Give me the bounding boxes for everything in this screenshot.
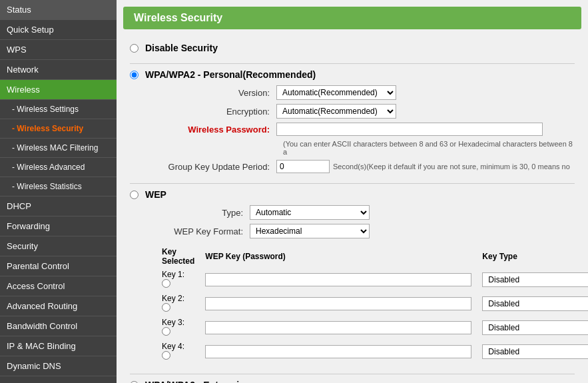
wpa-enterprise-radio[interactable] bbox=[130, 381, 139, 384]
wep-type-row: Type: Automatic Open System Shared Key bbox=[156, 205, 575, 220]
sidebar-item-quick-setup[interactable]: Quick Setup bbox=[0, 20, 117, 40]
wep-key-value-cell-1 bbox=[200, 268, 477, 292]
group-key-label: Group Key Update Period: bbox=[156, 162, 276, 172]
wpa-personal-section: WPA/WPA2 - Personal(Recommended) Version… bbox=[130, 69, 575, 173]
sidebar-item-status[interactable]: Status bbox=[0, 0, 117, 20]
wep-form: Type: Automatic Open System Shared Key W… bbox=[156, 205, 575, 238]
disable-security-radio[interactable] bbox=[130, 44, 139, 53]
wep-key-radio-3[interactable] bbox=[162, 327, 170, 336]
wep-key-radio-cell-4: Key 4: bbox=[156, 340, 200, 364]
disable-security-label: Disable Security bbox=[145, 43, 218, 53]
wep-key-value-cell-3 bbox=[200, 316, 477, 340]
wep-key-label-2: Key 2: bbox=[162, 294, 184, 303]
key-selected-header: Key Selected bbox=[156, 245, 200, 268]
wep-format-row: WEP Key Format: Hexadecimal ASCII bbox=[156, 224, 575, 238]
wep-key-row-2: Key 2: Disabled 64bit 128bit 152bit bbox=[156, 292, 588, 316]
wep-key-value-cell-2 bbox=[200, 292, 477, 316]
sidebar-item-wireless-advanced[interactable]: - Wireless Advanced bbox=[0, 158, 117, 177]
wep-key-row-4: Key 4: Disabled 64bit 128bit 152bit bbox=[156, 340, 588, 364]
wep-format-select[interactable]: Hexadecimal ASCII bbox=[250, 224, 370, 238]
wep-key-type-select-4[interactable]: Disabled 64bit 128bit 152bit bbox=[482, 344, 588, 359]
content-area: Disable Security WPA/WPA2 - Personal(Rec… bbox=[117, 39, 588, 383]
wep-key-type-cell-3: Disabled 64bit 128bit 152bit bbox=[477, 316, 588, 340]
sidebar: StatusQuick SetupWPSNetworkWireless- Wir… bbox=[0, 0, 117, 383]
sidebar-item-forwarding[interactable]: Forwarding bbox=[0, 216, 117, 236]
sidebar-item-wireless-mac[interactable]: - Wireless MAC Filtering bbox=[0, 139, 117, 158]
group-key-hint: Second(s)(Keep it default if you are not… bbox=[333, 163, 570, 171]
sidebar-item-bandwidth-control[interactable]: Bandwidth Control bbox=[0, 316, 117, 336]
wep-radio[interactable] bbox=[130, 191, 139, 199]
version-select[interactable]: Automatic(Recommended) WPA WPA2 bbox=[276, 85, 396, 100]
password-hint: (You can enter ASCII characters between … bbox=[283, 140, 575, 156]
wpa-personal-radio[interactable] bbox=[130, 71, 139, 79]
wep-key-label-4: Key 4: bbox=[162, 342, 184, 351]
key-type-header: Key Type bbox=[477, 245, 588, 268]
wep-key-type-select-1[interactable]: Disabled 64bit 128bit 152bit bbox=[482, 272, 588, 287]
wep-type-label: Type: bbox=[156, 208, 250, 218]
wep-key-type-cell-1: Disabled 64bit 128bit 152bit bbox=[477, 268, 588, 292]
sidebar-item-network[interactable]: Network bbox=[0, 60, 117, 80]
sidebar-item-wireless[interactable]: Wireless bbox=[0, 80, 117, 100]
version-row: Version: Automatic(Recommended) WPA WPA2 bbox=[156, 85, 575, 100]
wep-key-type-cell-4: Disabled 64bit 128bit 152bit bbox=[477, 340, 588, 364]
group-key-row: Group Key Update Period: Second(s)(Keep … bbox=[156, 160, 575, 173]
wep-key-row-3: Key 3: Disabled 64bit 128bit 152bit bbox=[156, 316, 588, 340]
wep-key-radio-cell-2: Key 2: bbox=[156, 292, 200, 316]
wep-key-input-3[interactable] bbox=[205, 321, 471, 334]
sidebar-item-wps[interactable]: WPS bbox=[0, 40, 117, 60]
sidebar-item-dynamic-dns[interactable]: Dynamic DNS bbox=[0, 356, 117, 376]
wep-keys-table: Key Selected WEP Key (Password) Key Type… bbox=[156, 245, 588, 364]
sidebar-item-parental-control[interactable]: Parental Control bbox=[0, 256, 117, 276]
version-label: Version: bbox=[156, 88, 276, 98]
sidebar-item-wireless-statistics[interactable]: - Wireless Statistics bbox=[0, 177, 117, 196]
encryption-select[interactable]: Automatic(Recommended) TKIP AES bbox=[276, 104, 396, 119]
main-content: Wireless Security Disable Security WPA/W… bbox=[117, 0, 588, 383]
wep-key-radio-4[interactable] bbox=[162, 351, 170, 360]
wep-key-row-1: Key 1: Disabled 64bit 128bit 152bit bbox=[156, 268, 588, 292]
sidebar-item-advanced-routing[interactable]: Advanced Routing bbox=[0, 296, 117, 316]
wep-key-label-3: Key 3: bbox=[162, 318, 184, 327]
encryption-label: Encryption: bbox=[156, 107, 276, 117]
wep-label: WEP bbox=[145, 189, 166, 200]
sidebar-item-security[interactable]: Security bbox=[0, 236, 117, 256]
wpa-personal-label: WPA/WPA2 - Personal(Recommended) bbox=[145, 69, 316, 80]
wpa-enterprise-section: WPA/WPA2 - Enterprise Version: Automatic… bbox=[130, 380, 575, 383]
sidebar-item-access-control[interactable]: Access Control bbox=[0, 276, 117, 296]
wep-key-input-1[interactable] bbox=[205, 273, 471, 286]
wep-key-radio-cell-3: Key 3: bbox=[156, 316, 200, 340]
sidebar-item-ip-mac-binding[interactable]: IP & MAC Binding bbox=[0, 336, 117, 356]
wpa-personal-form: Version: Automatic(Recommended) WPA WPA2… bbox=[156, 85, 575, 173]
sidebar-item-dhcp[interactable]: DHCP bbox=[0, 196, 117, 216]
password-row: Wireless Password: bbox=[156, 123, 575, 136]
wep-key-value-cell-4 bbox=[200, 340, 477, 364]
disable-security-section: Disable Security bbox=[130, 43, 575, 53]
wep-key-input-2[interactable] bbox=[205, 297, 471, 310]
wep-key-type-select-2[interactable]: Disabled 64bit 128bit 152bit bbox=[482, 296, 588, 311]
page-title: Wireless Security bbox=[123, 7, 581, 29]
sidebar-item-wireless-settings[interactable]: - Wireless Settings bbox=[0, 100, 117, 119]
wep-key-label-1: Key 1: bbox=[162, 270, 184, 279]
wep-key-radio-cell-1: Key 1: bbox=[156, 268, 200, 292]
wep-format-label: WEP Key Format: bbox=[156, 226, 250, 236]
wep-key-header: WEP Key (Password) bbox=[200, 245, 477, 268]
wep-key-radio-1[interactable] bbox=[162, 279, 170, 288]
sidebar-item-wireless-security[interactable]: - Wireless Security bbox=[0, 119, 117, 139]
encryption-row: Encryption: Automatic(Recommended) TKIP … bbox=[156, 104, 575, 119]
wep-key-type-cell-2: Disabled 64bit 128bit 152bit bbox=[477, 292, 588, 316]
password-input[interactable] bbox=[276, 123, 543, 136]
wep-key-radio-2[interactable] bbox=[162, 303, 170, 312]
wep-type-select[interactable]: Automatic Open System Shared Key bbox=[250, 205, 370, 220]
password-label: Wireless Password: bbox=[156, 125, 276, 135]
wep-key-input-4[interactable] bbox=[205, 345, 471, 358]
wpa-enterprise-label: WPA/WPA2 - Enterprise bbox=[145, 380, 250, 383]
wep-section: WEP Type: Automatic Open System Shared K… bbox=[130, 189, 575, 364]
sidebar-item-system-tools[interactable]: System Tools bbox=[0, 376, 117, 383]
group-key-input[interactable] bbox=[276, 160, 330, 173]
wep-key-type-select-3[interactable]: Disabled 64bit 128bit 152bit bbox=[482, 320, 588, 335]
